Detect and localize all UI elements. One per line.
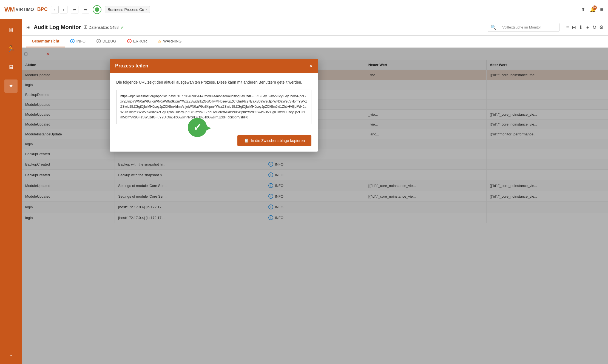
modal-body: Die folgende URL zeigt den aktuell ausge… [110,73,318,133]
modal-header: Prozess teilen × [110,59,318,73]
tab-warning[interactable]: ⚠ WARNING [152,36,187,47]
tab-error[interactable]: i ERROR [122,36,153,47]
search-icon: 🔍 [488,23,499,32]
logo-bpc: BPC [37,7,48,12]
arrow-right-icon: ▶ [205,123,211,132]
tab-chevron: › [146,8,147,12]
history-back-button[interactable]: ⬅ [71,6,78,13]
header-actions: ≡ ⊟ ⬇ ⊞ ↻ ⚙ [566,24,604,30]
modal-footer: 📋 In die Zwischenablage kopieren [110,133,318,152]
download-button[interactable]: ⬇ [579,24,583,30]
nav-forward-button[interactable]: › [60,6,67,13]
logo-wm: WM [4,6,15,13]
debug-icon: i [96,39,101,43]
logo-virtimo: VIRTIMO [16,7,34,12]
search-input[interactable] [499,24,559,31]
tab-gesamtansicht[interactable]: Gesamtansicht [26,36,65,47]
current-tab[interactable]: Business Process Ce › [105,6,150,13]
header-title-icon: ⊞ [26,24,30,30]
check-mark-icon: ✓ [193,122,201,133]
tab-warning-label: WARNING [163,39,181,43]
columns-button[interactable]: ⊟ [572,24,576,30]
info-icon: i [70,39,75,43]
notification-badge: 9+ [592,5,597,10]
settings-button[interactable]: ⚙ [599,24,604,30]
sidebar-bottom: » [8,351,14,360]
copy-icon: 📋 [244,138,249,143]
modal-url-box[interactable]: https://bpc.localhost.org/bpc/?#/_nav/1/… [116,90,311,124]
header-bar: ⊞ Audit Log Monitor Σ Datensätze: 5488 ✓… [22,19,608,36]
content-area: ⊞ Audit Log Monitor Σ Datensätze: 5488 ✓… [22,19,608,364]
main-layout: 🖥 🏃 🖥 ✦ » ⊞ Audit Log Monitor Σ Datensät… [0,19,608,364]
status-circle-inner [95,7,99,12]
status-indicator [93,5,101,14]
copy-button-label: In die Zwischenablage kopieren [251,138,305,143]
tab-label: Business Process Ce [108,7,144,12]
filter-list-button[interactable]: ≡ [566,24,569,30]
modal-close-button[interactable]: × [309,63,312,69]
bell-button[interactable]: 🔔 9+ [590,7,596,13]
tab-gesamtansicht-label: Gesamtansicht [32,39,59,43]
tab-error-label: ERROR [133,39,147,43]
topbar: WM VIRTIMO BPC ‹ › ⬅ ➡ Business Process … [0,0,608,19]
modal-overlay: ✓ ▶ Prozess teilen × Die folgende URL ze… [22,48,608,364]
error-icon: i [127,39,132,43]
warning-icon: ⚠ [158,39,161,43]
nav-back-button[interactable]: ‹ [51,6,59,13]
search-box: 🔍 [488,23,559,32]
tab-bar: Gesamtansicht i INFO i DEBUG i ERROR ⚠ W… [22,36,608,48]
sidebar: 🖥 🏃 🖥 ✦ » [0,19,22,364]
share-button[interactable]: ⬆ [581,7,585,13]
tab-info-label: INFO [76,39,85,43]
table-area: ⊞ ✕ Aktion Beschreibung Level Neuer Wert… [22,48,608,364]
sidebar-expand-button[interactable]: » [8,351,14,360]
logo: WM VIRTIMO BPC [4,6,48,13]
topbar-right: ⬆ 🔔 9+ ≡ [581,6,604,13]
tab-debug[interactable]: i DEBUG [91,36,122,47]
record-count: Datensätze: 5488 [89,25,119,30]
header-count: Σ Datensätze: 5488 ✓ [84,24,124,30]
sigma-icon: Σ [84,25,87,30]
tab-debug-label: DEBUG [103,39,116,43]
check-icon: ✓ [120,24,124,30]
menu-button[interactable]: ≡ [600,6,604,13]
layout-button[interactable]: ⊞ [586,24,590,30]
sidebar-item-process[interactable]: 🏃 [4,42,18,55]
history-forward-button[interactable]: ➡ [82,6,89,13]
refresh-button[interactable]: ↻ [592,24,596,30]
sidebar-item-dashboard[interactable]: 🖥 [4,24,18,37]
success-check-overlay: ✓ ▶ [186,116,208,138]
sidebar-item-monitor[interactable]: 🖥 [4,61,18,74]
header-title: Audit Log Monitor [34,24,81,30]
modal-title: Prozess teilen [115,63,148,69]
nav-arrows: ‹ › [51,6,67,13]
check-circle: ✓ [188,118,207,137]
modal-description: Die folgende URL zeigt den aktuell ausge… [116,79,311,85]
tab-info[interactable]: i INFO [65,36,91,47]
sidebar-item-deploy[interactable]: ✦ [4,79,18,93]
share-modal: Prozess teilen × Die folgende URL zeigt … [110,59,318,152]
copy-to-clipboard-button[interactable]: 📋 In die Zwischenablage kopieren [237,135,311,146]
